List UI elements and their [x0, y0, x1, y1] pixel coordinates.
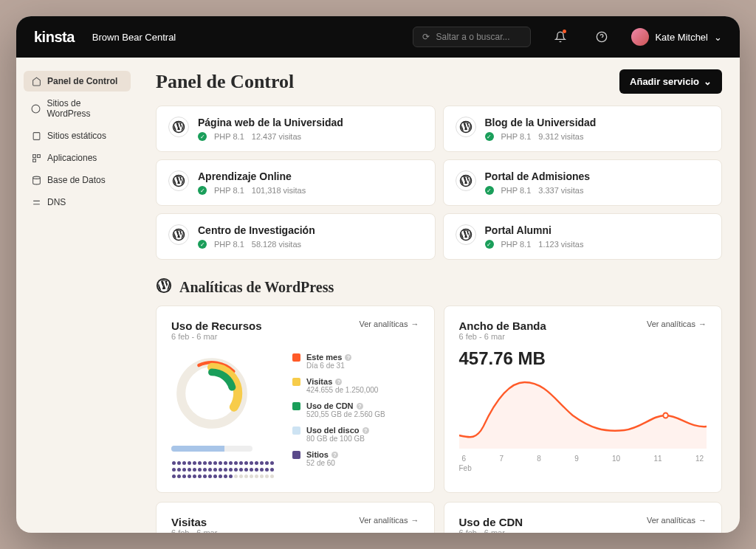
- legend-item: Visitas ? 424.655 de 1.250,000: [292, 377, 419, 394]
- x-tick: 7: [499, 455, 504, 463]
- site-title: Página web de la Universidad: [198, 117, 343, 128]
- wordpress-icon: [456, 170, 476, 191]
- bandwidth-range: 6 feb - 6 mar: [459, 332, 546, 341]
- sidebar-item-label: Sitios de WordPress: [47, 98, 123, 119]
- notifications-icon[interactable]: [549, 25, 572, 49]
- disk-bar: [171, 446, 252, 452]
- sidebar-item-database[interactable]: Base de Datos: [24, 170, 131, 190]
- site-card[interactable]: Portal de Admisiones ✓ PHP 8.1 3.337 vis…: [443, 159, 723, 206]
- chevron-down-icon: ⌄: [704, 76, 712, 87]
- x-tick: 10: [612, 455, 620, 463]
- sidebar: Panel de Control Sitios de WordPress Sit…: [16, 58, 138, 533]
- analytics-section-title: Analíticas de WordPress: [179, 279, 334, 296]
- chevron-down-icon: ⌄: [714, 32, 722, 43]
- user-name: Kate Mitchel: [655, 32, 708, 43]
- site-card[interactable]: Blog de la Universidad ✓ PHP 8.1 9.312 v…: [443, 106, 723, 152]
- wordpress-icon: [456, 224, 476, 245]
- wordpress-icon: [31, 103, 41, 114]
- view-analytics-link[interactable]: Ver analíticas →: [647, 516, 707, 525]
- legend-label: Este mes ?: [306, 353, 351, 362]
- site-php: PHP 8.1: [501, 240, 532, 249]
- visits-title: Visitas: [171, 516, 217, 528]
- status-ok-icon: ✓: [198, 132, 207, 141]
- legend-value: 520,55 GB de 2.560 GB: [306, 410, 385, 418]
- x-tick: 11: [653, 455, 662, 463]
- wordpress-icon: [168, 224, 189, 245]
- wordpress-icon: [456, 117, 476, 137]
- search-input[interactable]: ⟳ Saltar a o buscar...: [413, 27, 531, 47]
- sidebar-item-label: Sitios estáticos: [47, 131, 106, 141]
- apps-icon: [31, 153, 41, 163]
- sidebar-item-label: Base de Datos: [47, 175, 106, 185]
- legend-value: 52 de 60: [306, 459, 338, 467]
- cdn-title: Uso de CDN: [459, 516, 523, 528]
- legend-item: Este mes ? Día 6 de 31: [292, 353, 419, 370]
- svg-point-25: [663, 413, 668, 418]
- view-analytics-link[interactable]: Ver analíticas →: [359, 516, 419, 525]
- bandwidth-panel: Ancho de Banda 6 feb - 6 mar Ver analíti…: [444, 305, 723, 493]
- status-ok-icon: ✓: [485, 132, 494, 141]
- site-title: Portal de Admisiones: [485, 170, 591, 182]
- sites-dots: [171, 459, 275, 479]
- status-ok-icon: ✓: [485, 186, 494, 195]
- legend-item: Sitios ? 52 de 60: [292, 450, 419, 467]
- site-card[interactable]: Página web de la Universidad ✓ PHP 8.1 1…: [156, 106, 436, 152]
- cdn-panel: Uso de CDN 6 feb - 6 mar Ver analíticas …: [444, 502, 723, 533]
- help-icon[interactable]: [590, 25, 614, 49]
- arrow-right-icon: →: [698, 516, 707, 525]
- visits-range: 6 feb - 6 mar: [171, 528, 217, 533]
- add-service-button[interactable]: Añadir servicio ⌄: [619, 69, 722, 94]
- site-visits: 1.123 visitas: [538, 240, 583, 249]
- site-php: PHP 8.1: [501, 186, 532, 195]
- bandwidth-title: Ancho de Banda: [459, 320, 546, 332]
- legend-item: Uso de CDN ? 520,55 GB de 2.560 GB: [292, 401, 419, 418]
- legend-swatch: [292, 378, 300, 386]
- wordpress-icon: [156, 277, 172, 297]
- legend-value: Día 6 de 31: [306, 362, 351, 370]
- site-visits: 3.337 visitas: [538, 186, 583, 195]
- info-icon[interactable]: ?: [335, 379, 342, 385]
- arrow-right-icon: →: [698, 320, 707, 328]
- site-card[interactable]: Centro de Investigación ✓ PHP 8.1 58.128…: [156, 213, 436, 260]
- resources-panel: Uso de Recursos 6 feb - 6 mar Ver analít…: [156, 305, 435, 493]
- arrow-right-icon: →: [411, 320, 419, 328]
- dns-icon: [31, 197, 41, 207]
- avatar: [631, 28, 649, 46]
- add-service-label: Añadir servicio: [630, 76, 699, 87]
- view-analytics-link[interactable]: Ver analíticas →: [359, 320, 419, 328]
- svg-point-1: [32, 105, 40, 113]
- legend-label: Uso de CDN ?: [306, 401, 385, 410]
- main-content: Panel de Control Añadir servicio ⌄ Págin…: [138, 58, 740, 533]
- sidebar-item-dashboard[interactable]: Panel de Control: [24, 71, 131, 92]
- info-icon[interactable]: ?: [357, 403, 363, 410]
- cdn-range: 6 feb - 6 mar: [459, 528, 523, 533]
- sidebar-item-dns[interactable]: DNS: [24, 192, 131, 213]
- org-name: Brown Bear Central: [92, 32, 176, 43]
- site-card[interactable]: Aprendizaje Online ✓ PHP 8.1 101,318 vis…: [156, 159, 436, 206]
- legend-swatch: [292, 402, 300, 410]
- site-title: Aprendizaje Online: [198, 170, 306, 182]
- svg-rect-4: [37, 154, 40, 157]
- svg-point-6: [32, 176, 40, 179]
- site-card[interactable]: Portal Alumni ✓ PHP 8.1 1.123 visitas: [443, 213, 723, 260]
- visits-panel: Visitas 6 feb - 6 mar Ver analíticas →: [156, 502, 435, 533]
- site-visits: 12.437 visitas: [252, 132, 301, 141]
- status-ok-icon: ✓: [198, 186, 207, 195]
- user-menu[interactable]: Kate Mitchel ⌄: [631, 28, 722, 46]
- legend-swatch: [292, 353, 300, 362]
- view-analytics-link[interactable]: Ver analíticas →: [647, 320, 707, 328]
- resources-range: 6 feb - 6 mar: [171, 332, 262, 341]
- topbar: kinsta Brown Bear Central ⟳ Saltar a o b…: [16, 16, 740, 58]
- arrow-right-icon: →: [411, 516, 419, 525]
- sidebar-item-apps[interactable]: Aplicaciones: [24, 148, 131, 168]
- info-icon[interactable]: ?: [331, 452, 338, 458]
- legend-swatch: [292, 451, 300, 459]
- info-icon[interactable]: ?: [362, 427, 369, 434]
- wordpress-icon: [168, 170, 189, 191]
- sidebar-item-static[interactable]: Sitios estáticos: [24, 125, 131, 146]
- file-icon: [31, 131, 41, 141]
- info-icon[interactable]: ?: [345, 354, 351, 361]
- sidebar-item-wordpress[interactable]: Sitios de WordPress: [24, 93, 131, 124]
- svg-rect-3: [32, 154, 35, 157]
- site-php: PHP 8.1: [501, 132, 532, 141]
